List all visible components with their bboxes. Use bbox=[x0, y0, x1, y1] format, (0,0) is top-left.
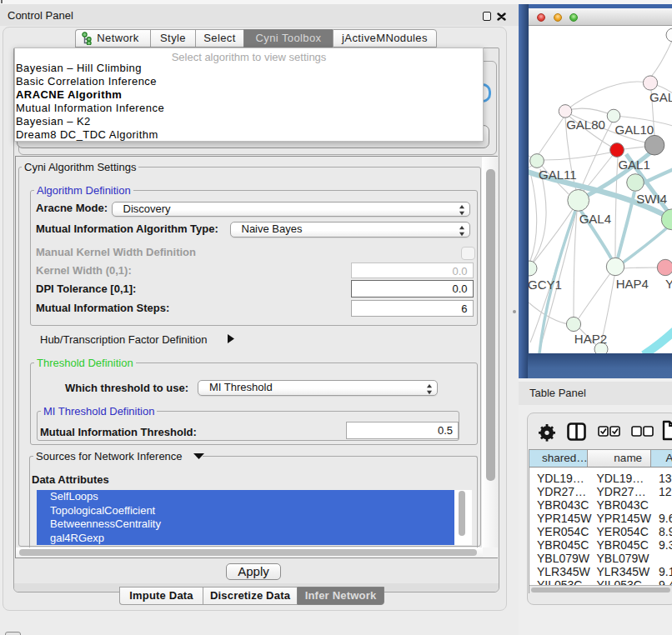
svg-text:GAL: GAL bbox=[649, 90, 672, 104]
svg-text:GAL11: GAL11 bbox=[539, 168, 577, 182]
svg-text:GCY1: GCY1 bbox=[529, 278, 562, 292]
svg-text:HAP2: HAP2 bbox=[574, 332, 606, 346]
svg-text:GAL4: GAL4 bbox=[579, 212, 610, 226]
svg-text:GAL10: GAL10 bbox=[614, 122, 654, 137]
svg-text:SWI4: SWI4 bbox=[636, 192, 667, 206]
svg-text:GAL80: GAL80 bbox=[566, 118, 605, 132]
svg-text:HAP4: HAP4 bbox=[615, 277, 648, 291]
svg-text:GAL1: GAL1 bbox=[618, 158, 649, 172]
svg-text:Y: Y bbox=[665, 277, 672, 291]
